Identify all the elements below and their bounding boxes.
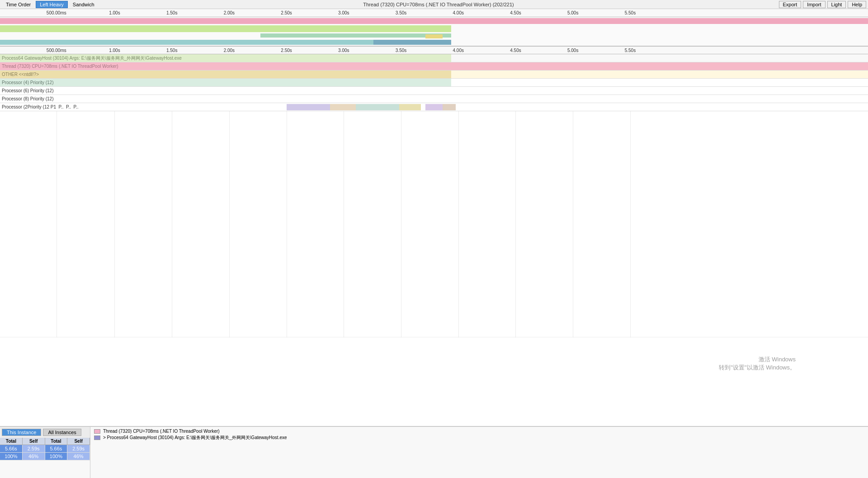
time-label-1s: 1.00s: [109, 10, 120, 15]
stats-cell-pct-self1: 46%: [23, 453, 45, 460]
time-label-500: 500.00ms: [47, 10, 66, 15]
stats-cell-pct-total2: 100%: [45, 453, 68, 460]
legend-text-1: Thread (7320) CPU=708ms (.NET IO ThreadP…: [103, 429, 220, 434]
stats-cell-pct-self2: 46%: [67, 453, 90, 460]
btm-time-label-500: 500.00ms: [47, 48, 66, 53]
bottom-panel: This Instance All Instances Total Self T…: [0, 426, 868, 478]
help-button[interactable]: Help: [848, 1, 866, 8]
thread-title: Thread (7320) CPU=708ms (.NET IO ThreadP…: [99, 2, 778, 7]
stats-col-self2: Self: [67, 438, 90, 445]
light-button[interactable]: Light: [827, 1, 846, 8]
stats-cell-total2-val: 5.66s: [45, 445, 68, 453]
tab-left-heavy[interactable]: Left Heavy: [36, 1, 68, 8]
processor-6-label: Processor (6) Priority (12): [0, 88, 53, 93]
main-rows: Process64 GatewayHost (30104) Args: E:\服…: [0, 54, 868, 337]
overview-bar-yellow: [425, 34, 443, 38]
instance-tabs: This Instance All Instances: [0, 427, 90, 438]
btm-time-label-4-5s: 4.50s: [510, 48, 521, 53]
time-label-3-5s: 3.50s: [396, 10, 406, 15]
top-navigation-bar: Time Order Left Heavy Sandwich Thread (7…: [0, 0, 868, 9]
legend-item-2: > Process64 GatewayHost (30104) Args: E:…: [94, 435, 864, 441]
content-area: 500.00ms 1.00s 1.50s 2.00s 2.50s 3.00s 3…: [0, 9, 868, 426]
overview-bars: [0, 17, 868, 46]
empty-space: [0, 111, 868, 337]
time-label-5s: 5.00s: [567, 10, 578, 15]
time-label-4-5s: 4.50s: [510, 10, 521, 15]
legend-text-2: > Process64 GatewayHost (30104) Args: E:…: [103, 435, 287, 441]
overview-area: 500.00ms 1.00s 1.50s 2.00s 2.50s 3.00s 3…: [0, 9, 868, 46]
bottom-left: This Instance All Instances Total Self T…: [0, 427, 90, 478]
overview-bar-green: [0, 25, 451, 32]
process-row-gatewayhost: Process64 GatewayHost (30104) Args: E:\服…: [0, 54, 868, 62]
processor-row-2: Processor (2Priority (12 P1 P.. P.. P..: [0, 103, 868, 111]
other-activity-bar: [0, 71, 451, 78]
stats-cell-self1-val: 2.59s: [23, 445, 45, 453]
legend-color-1: [94, 429, 100, 434]
btm-time-label-2s: 2.00s: [224, 48, 235, 53]
proc2-bar3: [356, 104, 399, 110]
processor-row-6: Processor (6) Priority (12): [0, 87, 868, 95]
btm-time-label-3s: 3.00s: [338, 48, 349, 53]
proc2-bar5: [425, 104, 443, 110]
time-label-2-5s: 2.50s: [281, 10, 292, 15]
processor-row-4: Processor (4) Priority (12): [0, 79, 868, 87]
stats-cell-self2-val: 2.59s: [67, 445, 90, 453]
stats-cell-total1-val: 5.66s: [0, 445, 23, 453]
stats-row-2: 100% 46% 100% 46%: [0, 453, 90, 460]
tab-this-instance[interactable]: This Instance: [2, 429, 41, 436]
btm-time-label-5s: 5.00s: [567, 48, 578, 53]
import-button[interactable]: Import: [803, 1, 825, 8]
overview-bar-light-green: [260, 33, 451, 38]
tab-all-instances[interactable]: All Instances: [43, 429, 81, 436]
btm-time-label-3-5s: 3.50s: [396, 48, 406, 53]
export-button[interactable]: Export: [779, 1, 802, 8]
proc4-bar: [0, 79, 451, 86]
proc2-bar1: [287, 104, 330, 110]
thread-activity-bar: [0, 62, 868, 70]
time-label-1-5s: 1.50s: [166, 10, 177, 15]
time-label-2s: 2.00s: [224, 10, 235, 15]
stats-row-1: 5.66s 2.59s 5.66s 2.59s: [0, 445, 90, 453]
tab-sandwich[interactable]: Sandwich: [69, 1, 99, 8]
thread-row: Thread (7320) CPU=708ms (.NET IO ThreadP…: [0, 62, 868, 71]
stats-col-total2: Total: [45, 438, 68, 445]
processor-8-label: Processor (8) Priority (12): [0, 96, 53, 101]
right-toolbar: Export Import Light Help: [779, 1, 866, 8]
legend-color-2: [94, 435, 100, 440]
processor-2-label: Processor (2Priority (12 P1 P.. P.. P..: [0, 104, 81, 109]
stats-header: Total Self Total Self: [0, 438, 90, 445]
proc2-bar6: [443, 104, 456, 110]
btm-time-label-1s: 1.00s: [109, 48, 120, 53]
process-activity-bar: [0, 54, 451, 62]
stats-cell-pct-total1: 100%: [0, 453, 23, 460]
btm-time-label-5-5s: 5.50s: [625, 48, 636, 53]
windows-watermark: 激活 Windows 转到"设置"以激活 Windows。: [719, 355, 796, 372]
time-label-3s: 3.00s: [338, 10, 349, 15]
proc2-bar2: [330, 104, 356, 110]
stats-col-total1: Total: [0, 438, 23, 445]
time-label-5-5s: 5.50s: [625, 10, 636, 15]
stats-col-self1: Self: [23, 438, 45, 445]
top-time-ruler: 500.00ms 1.00s 1.50s 2.00s 2.50s 3.00s 3…: [0, 9, 868, 17]
bottom-right-legend: Thread (7320) CPU=708ms (.NET IO ThreadP…: [90, 427, 868, 478]
btm-time-label-1-5s: 1.50s: [166, 48, 177, 53]
overview-bar-teal2: [373, 40, 452, 45]
proc2-bar4: [399, 104, 421, 110]
bottom-time-ruler: 500.00ms 1.00s 1.50s 2.00s 2.50s 3.00s 3…: [0, 46, 868, 54]
btm-time-label-4s: 4.00s: [453, 48, 464, 53]
other-row: OTHER <<ntdll!?>: [0, 71, 868, 79]
btm-time-label-2-5s: 2.50s: [281, 48, 292, 53]
overview-bar-pink: [0, 18, 868, 24]
time-label-4s: 4.00s: [453, 10, 464, 15]
tab-time-order[interactable]: Time Order: [2, 1, 35, 8]
windows-activation-line1: 激活 Windows: [719, 355, 796, 364]
windows-activation-line2: 转到"设置"以激活 Windows。: [719, 364, 796, 372]
legend-item-1: Thread (7320) CPU=708ms (.NET IO ThreadP…: [94, 429, 864, 434]
processor-row-8: Processor (8) Priority (12): [0, 95, 868, 103]
